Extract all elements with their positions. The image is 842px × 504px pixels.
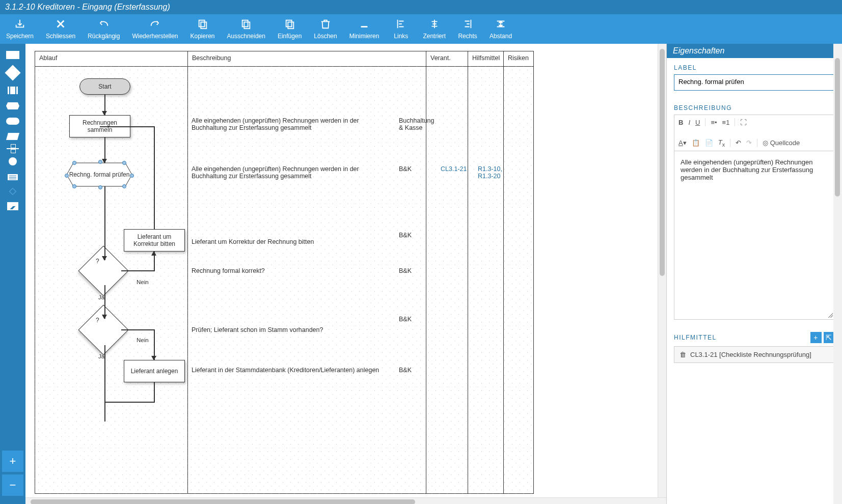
- shape-palette: + −: [0, 44, 25, 504]
- save-icon: [14, 18, 25, 30]
- spacing-button[interactable]: Abstand: [483, 16, 518, 42]
- rte-redo-button[interactable]: ↷: [746, 139, 752, 147]
- delete-label: Löschen: [314, 33, 337, 40]
- node-ask-vendor[interactable]: Lieferant um Korrektur bitten: [124, 229, 185, 251]
- row-tools-link[interactable]: CL3.1-21: [441, 165, 467, 173]
- main-toolbar: Speichern Schliessen Rückgängig Wiederhe…: [0, 14, 842, 44]
- save-button[interactable]: Speichern: [0, 16, 40, 42]
- copy-icon: [197, 18, 208, 30]
- paste-icon: [284, 18, 295, 30]
- edge-label-no: Nein: [137, 279, 149, 285]
- align-left-label: Links: [394, 33, 408, 40]
- rte-clear-button[interactable]: Tx: [718, 138, 725, 148]
- canvas-horizontal-scrollbar[interactable]: [25, 497, 666, 504]
- rte-paste-button[interactable]: 📄: [705, 139, 713, 147]
- palette-note[interactable]: [7, 174, 18, 181]
- align-right-button[interactable]: Rechts: [452, 16, 483, 42]
- window-title: 3.1.2-10 Kreditoren - Eingang (Ersterfas…: [0, 0, 842, 14]
- canvas-vertical-scrollbar[interactable]: [658, 44, 666, 497]
- edge-label-yes: Ja: [98, 294, 104, 300]
- undo-icon: [98, 18, 110, 30]
- copy-button[interactable]: Kopieren: [184, 16, 221, 42]
- palette-subprocess[interactable]: [6, 87, 19, 94]
- minimize-button[interactable]: Minimieren: [343, 16, 386, 42]
- align-left-button[interactable]: Links: [385, 16, 417, 42]
- lane-header-tools: Hilfsmittel: [468, 51, 503, 67]
- spacing-icon: [495, 18, 506, 30]
- lane-header-flow: Ablauf: [35, 51, 187, 67]
- row-owner: B&K: [399, 232, 412, 239]
- rte-fullscreen-button[interactable]: ⛶: [740, 119, 747, 126]
- undo-label: Rückgängig: [88, 33, 120, 40]
- edge-label-no: Nein: [137, 337, 149, 343]
- palette-connector[interactable]: [9, 157, 17, 165]
- node-start[interactable]: Start: [79, 78, 130, 95]
- cut-button[interactable]: Ausschneiden: [221, 16, 271, 42]
- align-right-label: Rechts: [458, 33, 477, 40]
- row-owner: B&K: [399, 367, 412, 374]
- row-owner: Buchhaltung & Kasse: [399, 117, 437, 131]
- description-section-header: BESCHREIBUNG: [674, 104, 835, 111]
- close-button[interactable]: Schliessen: [40, 16, 82, 42]
- rte-source-button[interactable]: ◎ Quellcode: [763, 139, 800, 147]
- minimize-label: Minimieren: [349, 33, 379, 40]
- row-desc: Prüfen; Lieferant schon im Stamm vorhand…: [192, 326, 323, 333]
- undo-button[interactable]: Rückgängig: [82, 16, 126, 42]
- node-formal-check[interactable]: Rechng. formal prüfen: [67, 163, 132, 186]
- palette-preparation[interactable]: [6, 102, 19, 109]
- redo-label: Wiederherstellen: [132, 33, 178, 40]
- svg-rect-2: [242, 20, 248, 27]
- paste-button[interactable]: Einfügen: [271, 16, 308, 42]
- redo-icon: [149, 18, 160, 30]
- align-center-icon: [429, 18, 440, 30]
- zoom-out-button[interactable]: −: [2, 474, 23, 496]
- rte-copy-button[interactable]: 📋: [692, 139, 700, 147]
- palette-decision[interactable]: [5, 65, 20, 80]
- delete-button[interactable]: Löschen: [308, 16, 343, 42]
- align-left-icon: [395, 18, 406, 30]
- zoom-in-button[interactable]: +: [2, 451, 23, 472]
- svg-rect-4: [286, 20, 291, 27]
- svg-rect-5: [288, 22, 293, 29]
- description-editor[interactable]: Alle eingehenden (ungeprüften) Rechnunge…: [674, 151, 834, 319]
- hilfmittel-add-button[interactable]: +: [810, 332, 822, 343]
- rte-ul-button[interactable]: ≡•: [711, 119, 717, 126]
- label-input[interactable]: [674, 74, 835, 91]
- row-desc: Lieferant in der Stammdatenbank (Kredito…: [192, 367, 379, 374]
- rte-bold-button[interactable]: B: [678, 119, 683, 126]
- row-desc: Rechnung formal korrekt?: [192, 267, 265, 274]
- palette-split[interactable]: [7, 148, 19, 149]
- rte-underline-button[interactable]: U: [695, 119, 700, 126]
- cut-icon: [240, 18, 252, 30]
- rte-ol-button[interactable]: ≡1: [722, 119, 730, 126]
- hilfmittel-item[interactable]: 🗑 CL3.1-21 [Checkliste Rechnungsprüfung]: [674, 346, 835, 363]
- rte-italic-button[interactable]: I: [688, 119, 690, 126]
- trash-icon: [320, 18, 331, 30]
- lane-header-owner: Verant.: [426, 51, 468, 67]
- rte-toolbar: B I U ≡• ≡1 ⛶ A▾ 📋 📄 Tx ↶: [674, 115, 834, 151]
- row-owner: B&K: [399, 165, 412, 173]
- palette-terminator[interactable]: [6, 118, 19, 125]
- svg-rect-3: [245, 22, 250, 29]
- svg-rect-0: [199, 20, 204, 27]
- redo-button[interactable]: Wiederherstellen: [126, 16, 184, 42]
- properties-scrollbar[interactable]: [833, 44, 842, 504]
- palette-image[interactable]: [7, 202, 18, 210]
- node-create-vendor[interactable]: Lieferant anlegen: [124, 360, 185, 382]
- rte-undo-button[interactable]: ↶: [736, 139, 741, 147]
- rte-resize-handle[interactable]: [828, 313, 833, 318]
- hilfmittel-section-header: HILFMITTEL: [674, 334, 717, 341]
- row-owner: B&K: [399, 316, 412, 323]
- close-icon: [55, 18, 66, 30]
- row-risks-link[interactable]: R1.3-10, R1.3-20: [478, 165, 506, 180]
- align-center-button[interactable]: Zentriert: [417, 16, 452, 42]
- palette-gateway[interactable]: [9, 188, 16, 195]
- rte-textcolor-button[interactable]: A▾: [678, 139, 687, 147]
- canvas-area[interactable]: Ablauf Beschreibung Verant. Hilfsmittel …: [25, 44, 666, 504]
- align-center-label: Zentriert: [423, 33, 446, 40]
- row-desc: Alle eingehenden (ungeprüften) Rechnunge…: [192, 117, 390, 131]
- trash-icon[interactable]: 🗑: [680, 351, 686, 358]
- palette-data[interactable]: [6, 133, 19, 140]
- hilfmittel-item-label: CL3.1-21 [Checkliste Rechnungsprüfung]: [690, 351, 811, 358]
- palette-process[interactable]: [6, 51, 19, 59]
